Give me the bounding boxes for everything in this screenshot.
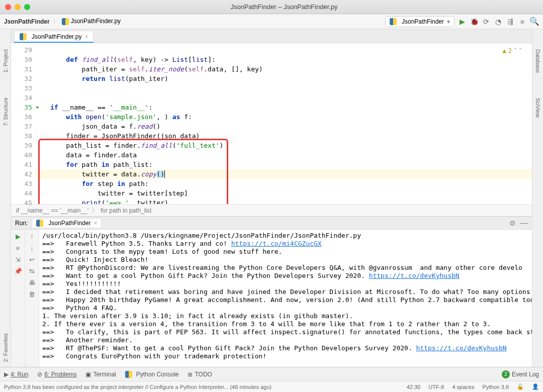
chevron-right-icon: 〉	[92, 206, 98, 215]
left-tool-strip: 1: Project 7: Structure 2: Favorites	[0, 29, 11, 367]
breadcrumb[interactable]: JsonPathFinder 〉 JsonPathFinder.py	[4, 17, 121, 26]
close-icon[interactable]	[5, 4, 11, 10]
indent-select[interactable]: 4 spaces	[452, 384, 474, 390]
status-bar: Python 3.8 has been configured as the pr…	[0, 381, 543, 392]
bottom-tool-bar: ▶4: Run ⊘6: Problems ▣Terminal Python Co…	[0, 367, 543, 381]
editor-tab[interactable]: JsonPathFinder.py ×	[14, 31, 94, 42]
event-log-button[interactable]: 2Event Log	[502, 370, 539, 378]
terminal-tool-button[interactable]: ▣Terminal	[85, 371, 116, 378]
run-output[interactable]: /usr/local/bin/python3.8 /Users/kingname…	[39, 230, 532, 367]
run-tab[interactable]: JsonPathFinder ×	[32, 218, 102, 228]
close-run-tab-icon[interactable]: ×	[94, 220, 97, 227]
gear-icon[interactable]: ⚙	[509, 219, 516, 227]
python-icon	[36, 220, 43, 227]
breadcrumb-project[interactable]: JsonPathFinder	[4, 18, 50, 25]
zoom-icon[interactable]	[24, 4, 30, 10]
python-icon	[62, 18, 69, 25]
profile-button[interactable]: ◔	[494, 17, 503, 26]
right-tool-strip: Database SciView	[532, 29, 543, 367]
stop-button[interactable]: ■	[518, 17, 527, 26]
code-text[interactable]: def find_all(self, key) -> List[list]: p…	[50, 45, 532, 204]
run-panel-header: Run: JsonPathFinder × ⚙ —	[11, 217, 532, 230]
chevron-right-icon: 〉	[53, 17, 59, 26]
concurrency-button[interactable]: ⇶	[506, 17, 515, 26]
event-badge: 2	[502, 370, 510, 378]
run-config-select[interactable]: JsonPathFinder ▾	[385, 16, 455, 27]
window-title: JsonPathFinder – JsonPathFinder.py	[30, 3, 538, 11]
editor-tab-label: JsonPathFinder.py	[32, 33, 81, 40]
status-message[interactable]: Python 3.8 has been configured as the pr…	[4, 384, 272, 390]
layout-button[interactable]: ⇲	[15, 256, 21, 263]
editor-gutter: 2930313233343536373839404142434445	[11, 43, 35, 204]
inspector-icon[interactable]: 👤	[532, 383, 539, 390]
terminal-icon: ▣	[85, 371, 91, 378]
nav-toolbar: JsonPathFinder 〉 JsonPathFinder.py JsonP…	[0, 14, 543, 29]
scroll-down-icon[interactable]: ↓	[30, 244, 34, 252]
python-icon	[125, 371, 132, 378]
problems-tool-button[interactable]: ⊘6: Problems	[37, 371, 76, 378]
run-tool-window: Run: JsonPathFinder × ⚙ — ▶ ■ ⇲ 📌 ↑	[11, 216, 532, 367]
run-button[interactable]: ▶	[458, 17, 467, 26]
wrap-icon[interactable]: ↩	[29, 256, 35, 263]
rerun-button[interactable]: ▶	[16, 233, 21, 240]
caret-position[interactable]: 42:30	[407, 384, 421, 390]
scroll-up-icon[interactable]: ↑	[30, 233, 34, 240]
warning-icon: ⊘	[37, 371, 42, 378]
search-button[interactable]: 🔍	[530, 17, 539, 26]
chevron-down-icon: ▾	[447, 18, 450, 25]
run-panel-label: Run:	[15, 220, 28, 227]
stop-run-button[interactable]: ■	[16, 244, 20, 252]
traffic-lights[interactable]	[5, 4, 30, 10]
debug-button[interactable]: 🐞	[470, 17, 479, 26]
interpreter-select[interactable]: Python 3.8	[482, 384, 509, 390]
project-tool-button[interactable]: 1: Project	[3, 49, 9, 72]
editor-content[interactable]: ▲ 2 ˄ ˅ def find_all(self, key) -> List[…	[35, 43, 532, 204]
database-tool-button[interactable]: Database	[535, 49, 541, 73]
minimize-icon[interactable]	[15, 4, 21, 10]
list-icon: ≣	[188, 371, 193, 378]
favorites-tool-button[interactable]: 2: Favorites	[3, 333, 9, 362]
editor-tabs: JsonPathFinder.py ×	[11, 29, 532, 43]
code-breadcrumb[interactable]: if __name__ == '__main__' 〉 for path in …	[11, 204, 532, 216]
structure-tool-button[interactable]: 7: Structure	[3, 97, 9, 126]
breadcrumb-file[interactable]: JsonPathFinder.py	[62, 18, 121, 25]
code-editor[interactable]: 2930313233343536373839404142434445 ▲ 2 ˄…	[11, 43, 532, 204]
play-icon: ▶	[4, 371, 9, 378]
titlebar: JsonPathFinder – JsonPathFinder.py	[0, 0, 543, 14]
python-icon	[20, 33, 27, 40]
run-action-strip: ▶ ■ ⇲ 📌	[11, 230, 25, 367]
pin-button[interactable]: 📌	[14, 267, 22, 275]
python-console-tool-button[interactable]: Python Console	[125, 371, 179, 378]
todo-tool-button[interactable]: ≣TODO	[188, 371, 212, 378]
run-tool-button[interactable]: ▶4: Run	[4, 371, 28, 378]
encoding-select[interactable]: UTF-8	[428, 384, 444, 390]
close-tab-icon[interactable]: ×	[84, 33, 88, 40]
trash-icon[interactable]: 🗑	[29, 290, 35, 298]
lock-icon[interactable]: 🔓	[517, 383, 524, 390]
run-action-strip-2: ↑ ↓ ↩ ⇆ 🖶 🗑	[25, 230, 39, 367]
run-coverage-button[interactable]: ⟳	[482, 17, 491, 26]
sciview-tool-button[interactable]: SciView	[535, 98, 541, 118]
python-icon	[390, 18, 397, 25]
minimize-panel-icon[interactable]: —	[520, 219, 528, 228]
soft-wrap-icon[interactable]: ⇆	[29, 267, 35, 275]
print-icon[interactable]: 🖶	[29, 279, 35, 286]
